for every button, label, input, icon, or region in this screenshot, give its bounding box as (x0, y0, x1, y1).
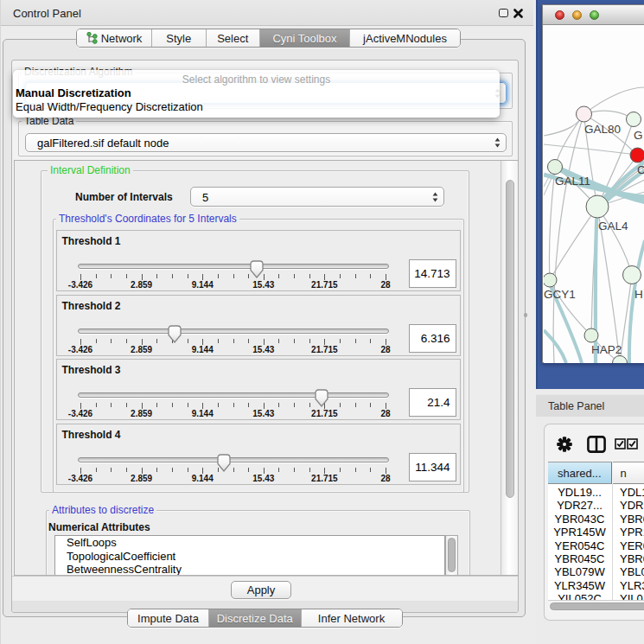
minimize-traffic-light[interactable] (572, 10, 582, 20)
network-node[interactable] (630, 148, 644, 163)
tab-impute-data[interactable]: Impute Data (128, 609, 209, 627)
tab-select[interactable]: Select (207, 29, 261, 47)
table-data-combobox[interactable]: galFiltered.sif default node (25, 133, 507, 152)
tab-jactivemnodules[interactable]: jActiveMNodules (350, 29, 460, 47)
slider-tick (96, 403, 97, 408)
table-row[interactable]: YBR043CYBR0 (548, 513, 644, 526)
network-edge[interactable] (544, 330, 566, 363)
table-row[interactable]: YBR045CYBR0 (548, 552, 644, 565)
threshold-panel: Threshold 1-3.4262.8599.14415.4321.71528… (56, 230, 461, 291)
network-edge[interactable] (555, 114, 584, 167)
tab-infer-network[interactable]: Infer Network (302, 609, 402, 627)
slider-thumb[interactable] (217, 454, 231, 472)
slider-tick (96, 468, 97, 473)
table-row[interactable]: YIL052CYIL0 (548, 592, 644, 600)
network-edge[interactable] (549, 169, 555, 280)
network-node[interactable] (548, 159, 563, 174)
tab-cyni-toolbox[interactable]: Cyni Toolbox (260, 29, 350, 47)
slider-tick (324, 339, 325, 345)
slider-thumb[interactable] (315, 389, 328, 407)
slider-thumb[interactable] (250, 260, 264, 278)
slider-tick-label: -3.426 (54, 345, 106, 354)
network-canvas[interactable]: GAL80GCGAL11GAL4GCY1HHAP2 (544, 26, 644, 363)
threshold-value-field[interactable]: 14.713 (409, 259, 456, 288)
split-divider-handle[interactable] (524, 313, 527, 317)
slider-tick (340, 274, 341, 279)
slider-tick (188, 274, 188, 279)
threshold-value-field[interactable]: 21.4 (409, 388, 456, 417)
tab-network[interactable]: Network (77, 29, 152, 47)
column-header-name[interactable]: n (613, 462, 644, 484)
slider-tick (142, 339, 143, 345)
vertical-scrollbar[interactable] (501, 161, 518, 575)
slider-tick (294, 403, 295, 408)
attribute-list-item[interactable]: BetweennessCentrality (55, 563, 444, 575)
table-row[interactable]: YER054CYER0 (548, 539, 644, 552)
slider-tick (156, 403, 157, 408)
slider-track[interactable] (78, 392, 389, 398)
gear-icon[interactable] (557, 437, 572, 452)
cell-name: YBR0 (620, 552, 644, 565)
checkbox-checked-icon[interactable] (615, 438, 626, 450)
horizontal-scrollbar[interactable] (548, 600, 644, 612)
network-node[interactable] (544, 273, 557, 287)
algorithm-popup-item[interactable]: Equal Width/Frequency Discretization (16, 100, 497, 113)
threshold-value-field[interactable]: 11.344 (409, 453, 456, 481)
cell-shared-name: YDR27... (548, 499, 611, 512)
cell-name: YER0 (620, 539, 644, 552)
zoom-traffic-light[interactable] (590, 10, 599, 20)
slider-track[interactable] (78, 457, 389, 462)
table-row[interactable]: YDR27...YDR2 (548, 499, 644, 512)
network-edge[interactable] (584, 87, 644, 114)
slider-tick-label: -3.426 (54, 280, 106, 290)
threshold-value-field[interactable]: 6.316 (409, 324, 456, 353)
attribute-list-item[interactable]: TopologicalCoefficient (55, 550, 444, 564)
table-row[interactable]: YBL079WYBL0 (548, 565, 644, 578)
algorithm-popup-item[interactable]: Manual Discretization (16, 86, 497, 99)
number-of-intervals-combobox[interactable]: 5 (190, 187, 444, 207)
numerical-attributes-list[interactable]: SelfLoopsTopologicalCoefficientBetweenne… (54, 535, 445, 575)
cell-shared-name: YIL052C (548, 592, 611, 600)
table-row[interactable]: YPR145WYPR1 (548, 526, 644, 539)
network-node[interactable] (623, 265, 641, 284)
table-row[interactable]: YLR345WYLR3 (548, 579, 644, 592)
network-node[interactable] (577, 106, 592, 122)
slider-thumb[interactable] (168, 325, 182, 343)
threshold-label: Threshold 2 (62, 300, 121, 312)
slider-tick (80, 468, 81, 474)
apply-button[interactable]: Apply (231, 581, 291, 599)
network-node[interactable] (584, 328, 598, 342)
vertical-scrollbar-thumb[interactable] (506, 180, 514, 498)
slider-tick (111, 468, 112, 473)
network-edge[interactable] (629, 240, 644, 363)
cell-name: YPR1 (620, 526, 644, 539)
float-window-icon[interactable] (499, 9, 508, 17)
table-row[interactable]: YDL19...YDL1 (548, 486, 644, 499)
slider-tick (264, 339, 265, 345)
close-icon[interactable] (513, 9, 523, 18)
slider-tick (233, 274, 234, 279)
network-node[interactable] (613, 355, 628, 363)
split-columns-icon[interactable] (587, 436, 606, 453)
attributes-list-scrollbar[interactable] (445, 535, 458, 575)
network-node[interactable] (586, 195, 609, 218)
slider-tick (248, 339, 249, 344)
cell-name: YDR2 (620, 499, 644, 512)
horizontal-scrollbar-thumb[interactable] (550, 603, 644, 610)
slider-tick (156, 468, 157, 473)
network-node[interactable] (627, 112, 641, 126)
column-header-shared-name[interactable]: shared... (548, 462, 612, 484)
network-edge[interactable] (550, 207, 597, 280)
network-view-window: GAL80GCGAL11GAL4GCY1HHAP2 (542, 4, 644, 363)
slider-track[interactable] (78, 328, 389, 334)
attributes-scrollbar-thumb[interactable] (448, 538, 456, 572)
slider-track[interactable] (78, 264, 389, 269)
slider-tick (218, 274, 219, 279)
checkbox-checked-icon[interactable] (627, 438, 638, 450)
tab-discretize-data[interactable]: Discretize Data (209, 609, 302, 627)
attribute-list-item[interactable]: SelfLoops (55, 536, 444, 550)
cytoscape-app: Control Panel NetworkStyleSelectCyni Too… (0, 0, 644, 644)
tab-style[interactable]: Style (152, 29, 207, 47)
close-traffic-light[interactable] (555, 10, 564, 20)
slider-tick (248, 403, 249, 408)
